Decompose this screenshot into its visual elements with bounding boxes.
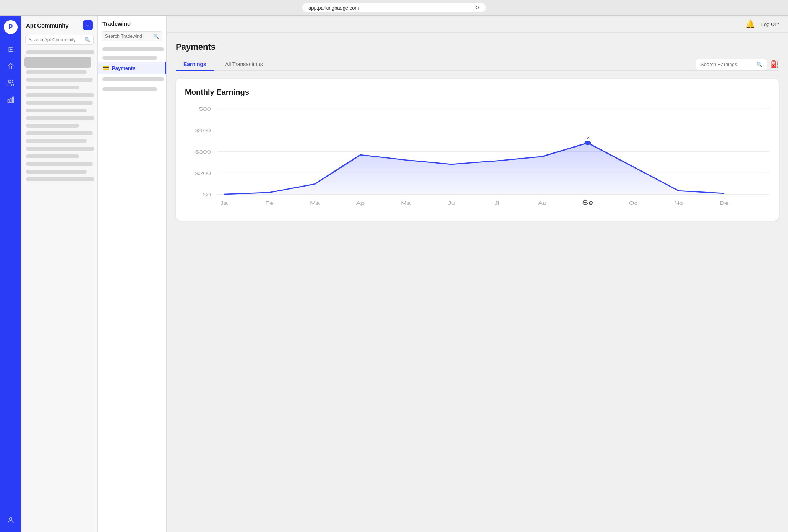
skeleton-item-active	[24, 57, 91, 68]
svg-text:Ma: Ma	[401, 201, 411, 206]
users-nav-icon[interactable]	[3, 75, 18, 91]
property-sidebar: Tradewind 🔍 💳 Payments	[98, 16, 167, 532]
search-earnings-icon: 🔍	[756, 62, 762, 67]
svg-text:500: 500	[199, 107, 211, 112]
chart-title: Monthly Earnings	[185, 88, 770, 97]
logo-letter: P	[9, 24, 13, 31]
payments-menu-item-container: 💳 Payments	[98, 62, 166, 74]
community-header: Apt Community +	[21, 20, 97, 33]
earnings-chart: $0 $200 $300 $400 500	[185, 104, 770, 211]
svg-text:∧: ∧	[586, 136, 590, 140]
svg-text:Oc: Oc	[629, 201, 638, 206]
svg-text:Ji: Ji	[494, 201, 499, 206]
skeleton-item	[26, 170, 87, 174]
top-bar: 🔔 Log Out	[167, 16, 788, 33]
svg-rect-2	[10, 98, 11, 103]
skeleton-item	[26, 78, 93, 82]
svg-rect-3	[12, 97, 13, 103]
tabs-right: 🔍 ⛽	[696, 59, 779, 70]
skeleton-item	[26, 93, 94, 97]
skeleton-item	[26, 109, 87, 112]
skeleton-item	[102, 87, 157, 91]
skeleton-item	[26, 50, 94, 54]
svg-text:$0: $0	[203, 192, 211, 197]
logo-button[interactable]: P	[4, 20, 18, 34]
svg-text:Ap: Ap	[356, 201, 365, 206]
url-text: app.parkingbadge.com	[308, 5, 359, 11]
filter-icon[interactable]: ⛽	[770, 60, 779, 68]
skeleton-item	[26, 124, 79, 128]
skeleton-item	[26, 147, 94, 151]
community-search-box[interactable]: 🔍	[25, 35, 94, 45]
browser-chrome: app.parkingbadge.com ↻	[0, 0, 788, 16]
tabs-bar: Earnings All Transactions 🔍 ⛽	[176, 58, 779, 71]
refresh-icon[interactable]: ↻	[475, 5, 480, 11]
chart-container: $0 $200 $300 $400 500	[185, 104, 770, 211]
search-earnings-input[interactable]	[700, 62, 754, 67]
skeleton-item	[102, 56, 157, 60]
logout-button[interactable]: Log Out	[761, 21, 779, 27]
svg-text:Ja: Ja	[220, 201, 228, 206]
grid-nav-icon[interactable]: ⊞	[3, 42, 18, 57]
svg-text:Se: Se	[582, 200, 593, 206]
skeleton-item	[26, 116, 94, 120]
notifications-icon[interactable]: 🔔	[746, 19, 755, 29]
svg-text:$400: $400	[195, 128, 211, 133]
community-search-icon: 🔍	[84, 37, 90, 42]
chart-nav-icon[interactable]	[3, 92, 18, 107]
main-content: 🔔 Log Out Payments Earnings All Transact…	[167, 16, 788, 532]
payments-icon: 💳	[102, 65, 109, 71]
skeleton-item	[102, 77, 164, 81]
community-sidebar: Apt Community + 🔍	[21, 16, 98, 532]
payments-menu-item[interactable]: 💳 Payments	[98, 62, 166, 74]
tab-all-transactions[interactable]: All Transactions	[217, 58, 271, 71]
skeleton-item	[26, 131, 93, 135]
skeleton-item	[26, 101, 93, 105]
tab-earnings[interactable]: Earnings	[176, 58, 214, 71]
svg-text:$300: $300	[195, 149, 211, 154]
property-search-box[interactable]: 🔍	[102, 31, 162, 41]
skeleton-item	[26, 162, 93, 166]
svg-text:$200: $200	[195, 171, 211, 176]
skeleton-item	[26, 154, 79, 158]
community-search-input[interactable]	[29, 37, 82, 42]
skeleton-item	[26, 139, 87, 143]
content-area: Payments Earnings All Transactions 🔍 ⛽ M…	[167, 33, 788, 532]
skeleton-item	[102, 47, 164, 51]
property-search-input[interactable]	[105, 34, 151, 39]
tab-divider	[216, 60, 216, 68]
home-nav-icon[interactable]	[3, 58, 18, 74]
icon-sidebar: P ⊞	[0, 16, 21, 532]
active-accent	[165, 62, 166, 74]
property-search-icon: 🔍	[153, 34, 159, 39]
address-bar[interactable]: app.parkingbadge.com ↻	[302, 3, 486, 12]
community-title: Apt Community	[26, 22, 69, 29]
svg-text:No: No	[674, 201, 683, 206]
svg-text:De: De	[720, 201, 729, 206]
svg-text:Ma: Ma	[310, 201, 320, 206]
skeleton-item	[26, 70, 87, 74]
svg-point-4	[10, 517, 12, 520]
svg-text:Au: Au	[538, 201, 547, 206]
search-earnings-box[interactable]: 🔍	[696, 59, 767, 70]
property-title: Tradewind	[98, 20, 166, 30]
payments-menu-label: Payments	[112, 65, 135, 71]
page-title: Payments	[176, 42, 779, 52]
svg-rect-1	[8, 100, 9, 103]
app-layout: P ⊞	[0, 16, 788, 532]
skeleton-item	[26, 86, 79, 89]
chart-peak-dot	[585, 141, 591, 145]
chart-card: Monthly Earnings $0 $200 $300 $400	[176, 79, 779, 221]
add-community-button[interactable]: +	[83, 20, 93, 30]
user-nav-icon[interactable]	[3, 513, 18, 528]
skeleton-item	[26, 177, 94, 181]
svg-text:Ju: Ju	[448, 201, 455, 206]
svg-text:Fe: Fe	[265, 201, 274, 206]
svg-point-0	[8, 80, 11, 83]
